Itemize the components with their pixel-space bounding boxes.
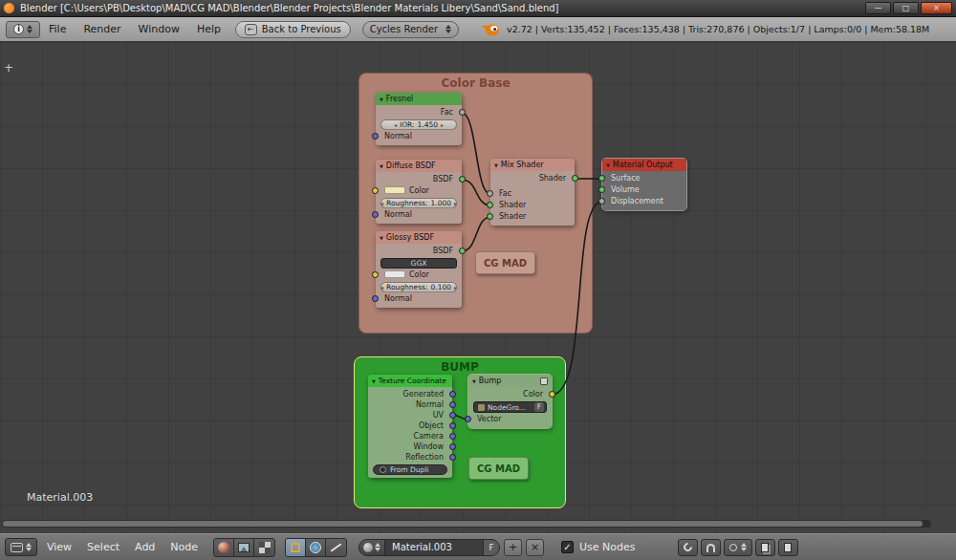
- minimize-button[interactable]: —: [865, 2, 891, 14]
- shader-type-linestyle-button[interactable]: [326, 539, 346, 556]
- node-texture-coordinate[interactable]: ▼ Texture Coordinate Generated Normal UV…: [368, 375, 452, 478]
- browse-material-button[interactable]: [359, 540, 385, 555]
- node-bump-header[interactable]: ▼ Bump: [468, 375, 552, 387]
- collapse-icon[interactable]: ▼: [372, 378, 376, 384]
- node-group-selector[interactable]: NodeGro... F: [473, 401, 547, 413]
- generated-output-socket[interactable]: [449, 391, 456, 398]
- bsdf-output-socket[interactable]: [459, 248, 466, 254]
- horizontal-scrollbar-thumb[interactable]: [3, 521, 923, 527]
- roughness-slider[interactable]: ◂ Roughness: 1.000 ▸: [380, 198, 457, 208]
- use-nodes-checkbox[interactable]: ✓: [561, 541, 574, 553]
- snap-mode-dropdown[interactable]: [724, 539, 752, 556]
- slider-left-arrow-icon[interactable]: ◂: [380, 200, 383, 206]
- shader-type-object-button[interactable]: [286, 539, 306, 556]
- shader-output-socket[interactable]: [572, 175, 578, 182]
- node-glossy-bsdf[interactable]: ▼ Glossy BSDF BSDF GGX Color ◂ Roughness…: [376, 231, 462, 308]
- edit-group-icon[interactable]: [540, 377, 548, 385]
- menu-window[interactable]: Window: [130, 23, 188, 35]
- menu-view[interactable]: View: [41, 541, 77, 553]
- collapse-icon[interactable]: ▼: [606, 162, 610, 168]
- auto-render-button[interactable]: [678, 539, 698, 556]
- slider-right-arrow-icon[interactable]: ▸: [441, 121, 444, 128]
- roughness-slider[interactable]: ◂ Roughness: 0.100 ▸: [380, 282, 457, 292]
- color-input-socket[interactable]: [372, 187, 379, 194]
- reflection-output-socket[interactable]: [449, 454, 456, 461]
- node-fresnel-header[interactable]: ▼ Fresnel: [376, 93, 462, 105]
- menu-add[interactable]: Add: [129, 541, 161, 553]
- node-mix-header[interactable]: ▼ Mix Shader: [490, 159, 575, 171]
- slider-right-arrow-icon[interactable]: ▸: [454, 200, 457, 206]
- node-bump-group[interactable]: ▼ Bump Color NodeGro... F Vector: [468, 375, 552, 428]
- fake-user-button[interactable]: F: [534, 402, 544, 412]
- collapse-icon[interactable]: ▼: [472, 378, 476, 384]
- shader2-input-socket[interactable]: [487, 213, 493, 220]
- cgmad-watermark-frame[interactable]: CG MAD: [468, 457, 529, 480]
- color-swatch[interactable]: [384, 186, 405, 194]
- object-output-socket[interactable]: [449, 422, 456, 429]
- tree-type-shader-button[interactable]: [214, 539, 234, 556]
- region-expand-icon[interactable]: +: [4, 61, 13, 75]
- slider-left-arrow-icon[interactable]: ◂: [380, 284, 383, 291]
- ior-slider[interactable]: ◂ IOR: 1.450 ▸: [380, 119, 457, 130]
- vector-input-socket[interactable]: [465, 416, 471, 422]
- maximize-button[interactable]: □: [893, 2, 919, 14]
- fac-output-socket[interactable]: [459, 109, 466, 116]
- close-button[interactable]: ×: [921, 2, 952, 14]
- tree-type-compositing-button[interactable]: [234, 539, 254, 556]
- tree-type-texture-button[interactable]: [254, 539, 274, 556]
- menu-help[interactable]: Help: [188, 23, 229, 35]
- color-output-socket[interactable]: [549, 391, 555, 398]
- color-input-socket[interactable]: [372, 271, 379, 278]
- normal-input-socket[interactable]: [372, 133, 379, 140]
- color-swatch[interactable]: [384, 270, 405, 278]
- paste-nodes-button[interactable]: [778, 539, 798, 556]
- editor-type-button[interactable]: i: [6, 21, 40, 38]
- node-mix-shader[interactable]: ▼ Mix Shader Shader Fac Shader: [490, 159, 575, 226]
- unlink-material-button[interactable]: ×: [526, 539, 544, 556]
- use-nodes-toggle[interactable]: ✓ Use Nodes: [561, 541, 636, 553]
- editor-type-button[interactable]: [5, 538, 37, 556]
- fac-input-socket[interactable]: [487, 190, 493, 197]
- node-diffuse-header[interactable]: ▼ Diffuse BSDF: [376, 160, 462, 172]
- shader1-input-socket[interactable]: [487, 202, 493, 208]
- fake-user-button[interactable]: F: [483, 540, 499, 555]
- material-name-field[interactable]: Material.003: [385, 540, 483, 555]
- new-material-button[interactable]: +: [504, 539, 522, 556]
- menu-render[interactable]: Render: [75, 23, 129, 35]
- displacement-input-socket[interactable]: [598, 198, 605, 205]
- surface-input-socket[interactable]: [598, 175, 605, 182]
- collapse-icon[interactable]: ▼: [380, 235, 383, 241]
- render-engine-dropdown[interactable]: Cycles Render: [362, 21, 459, 38]
- camera-output-socket[interactable]: [449, 433, 456, 440]
- menu-file[interactable]: File: [40, 23, 75, 35]
- volume-input-socket[interactable]: [598, 186, 605, 193]
- collapse-icon[interactable]: ▼: [380, 163, 383, 169]
- node-material-output[interactable]: ▼ Material Output Surface Volume Displac…: [602, 159, 686, 210]
- node-diffuse-bsdf[interactable]: ▼ Diffuse BSDF BSDF Color ◂ Roughness: 1…: [376, 160, 462, 224]
- copy-nodes-button[interactable]: [755, 539, 775, 556]
- normal-input-socket[interactable]: [372, 295, 379, 302]
- node-editor-canvas[interactable]: + Color Base BUMP ▼ Fresnel Fac: [0, 42, 956, 533]
- cgmad-watermark-frame[interactable]: CG MAD: [475, 251, 535, 274]
- window-output-socket[interactable]: [449, 443, 456, 450]
- menu-select[interactable]: Select: [81, 541, 125, 553]
- snap-toggle-button[interactable]: [701, 539, 721, 556]
- collapse-icon[interactable]: ▼: [494, 162, 498, 168]
- menu-node[interactable]: Node: [164, 541, 204, 553]
- from-dupli-toggle[interactable]: From Dupli: [373, 464, 447, 475]
- uv-output-socket[interactable]: [449, 412, 456, 419]
- shader-type-world-button[interactable]: [306, 539, 326, 556]
- node-texcoord-header[interactable]: ▼ Texture Coordinate: [368, 375, 452, 387]
- collapse-icon[interactable]: ▼: [380, 97, 383, 102]
- bsdf-output-socket[interactable]: [459, 176, 466, 183]
- slider-left-arrow-icon[interactable]: ◂: [394, 121, 397, 128]
- distribution-dropdown[interactable]: GGX: [380, 258, 457, 269]
- node-fresnel[interactable]: ▼ Fresnel Fac ◂ IOR: 1.450 ▸ Normal: [376, 93, 462, 145]
- horizontal-scrollbar[interactable]: [2, 520, 931, 528]
- node-material-output-header[interactable]: ▼ Material Output: [602, 159, 686, 171]
- back-to-previous-button[interactable]: ← Back to Previous: [235, 21, 351, 38]
- slider-right-arrow-icon[interactable]: ▸: [454, 284, 457, 291]
- titlebar[interactable]: Blender [C:\Users\PB\Desktop\MAD\CG MAD\…: [0, 0, 956, 17]
- normal-input-socket[interactable]: [372, 211, 379, 218]
- normal-output-socket[interactable]: [449, 401, 456, 408]
